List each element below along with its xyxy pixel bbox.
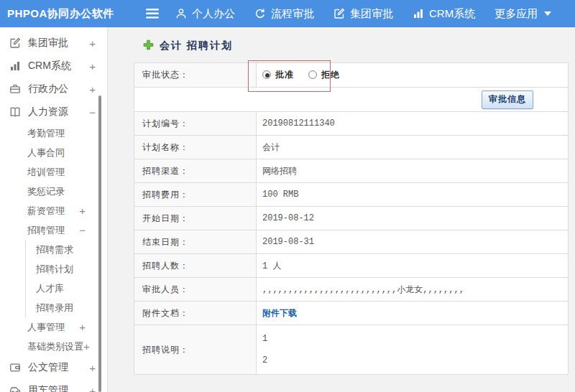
plan-name-label: 计划名称： [134,136,257,159]
recruit-channel-value: 网络招聘 [257,159,569,183]
nav-process-approval[interactable]: 流程审批 [254,7,314,21]
sidebar-item-crm[interactable]: CRM系统 + [0,55,107,78]
radio-reject[interactable] [308,70,317,79]
sidebar-item-recruit-hire[interactable]: 招聘录用 [26,298,107,317]
caret-down-icon [544,11,551,16]
expand-toggle[interactable]: + [83,340,90,353]
book-icon [9,106,22,118]
document-folder-icon [9,362,22,374]
approval-status-label: 审批状态： [134,63,257,88]
sidebar-item-documents[interactable]: 公文管理 + [0,356,107,379]
sidebar-item-basic-category[interactable]: 基础类别设置 + [0,337,107,356]
sidebar-item-rewards[interactable]: 奖惩记录 [0,182,107,201]
table-row: 招聘说明： 1 2 [134,325,569,375]
description-line: 2 [262,350,568,371]
nav-personal-office[interactable]: 个人办公 [175,7,235,21]
top-navigation: 个人办公 流程审批 集团审批 CRM系统 更多应用 [175,7,551,21]
sidebar-item-attendance[interactable]: 考勤管理 [0,123,107,143]
sidebar-item-group-approval[interactable]: 集团审批 + [0,32,107,55]
bar-chart-icon [413,8,424,19]
main-content: 会计 招聘计划 审批状态： 批准拒绝 审批信息 计划编号： 2019081211… [108,27,575,392]
table-row: 开始日期： 2019-08-12 [134,207,569,230]
table-row: 招聘费用： 100 RMB [134,183,569,207]
sidebar-item-salary[interactable]: 薪资管理 + [0,201,107,220]
table-row: 结束日期： 2019-08-31 [134,230,569,254]
nav-more-apps[interactable]: 更多应用 [494,7,551,21]
collapse-toggle[interactable]: − [89,106,96,118]
expand-toggle[interactable]: + [79,321,86,333]
sidebar-item-training[interactable]: 培训管理 [0,162,107,182]
table-row: 附件文档： 附件下载 [134,302,569,325]
sidebar-item-recruit-plan[interactable]: 招聘计划 [26,259,107,279]
recruitment-submenu: 招聘需求 招聘计划 人才库 招聘录用 [25,240,107,317]
start-date-value: 2019-08-12 [257,207,569,230]
description-line: 1 [262,328,568,350]
recruit-plan-detail-table: 审批状态： 批准拒绝 审批信息 计划编号： 20190812111340 计划名… [134,62,569,375]
page-title: 会计 招聘计划 [160,39,233,52]
headcount-label: 招聘人数： [134,254,257,278]
description-label: 招聘说明： [134,325,257,375]
sidebar-item-recruit-demand[interactable]: 招聘需求 [26,240,107,259]
expand-toggle[interactable]: + [79,205,86,217]
topbar: PHPOA协同办公软件 个人办公 流程审批 集团审批 CRM系统 [0,0,575,27]
attachment-value: 附件下载 [257,302,569,325]
sidebar-item-talent-pool[interactable]: 人才库 [26,279,107,298]
plan-number-label: 计划编号： [134,112,257,136]
radio-reject-label: 拒绝 [321,70,340,80]
attachment-label: 附件文档： [134,302,257,325]
edit-square-icon [334,8,345,19]
expand-toggle[interactable]: + [89,385,96,392]
expand-toggle[interactable]: + [89,83,96,95]
hamburger-menu-icon[interactable] [138,9,167,19]
sidebar-item-personnel[interactable]: 人事管理 + [0,317,107,337]
sidebar: 集团审批 + CRM系统 + 行政办公 + 人力资源 − 考勤管理 人事合同 培… [0,27,108,392]
approvers-value: ,,,,,,,,,,,,,,,,,,,,,,,,,,小龙女,,,,,,,, [257,278,569,302]
description-value: 1 2 [257,325,569,375]
process-refresh-icon [254,8,266,19]
expand-toggle[interactable]: + [89,362,96,374]
add-icon[interactable] [143,39,154,53]
radio-approve[interactable] [262,70,271,79]
expand-toggle[interactable]: + [89,37,96,50]
recruit-cost-label: 招聘费用： [134,183,257,207]
sidebar-item-recruitment[interactable]: 招聘管理 − [0,220,107,240]
headcount-value: 1 人 [257,254,569,278]
sidebar-scrollbar[interactable] [98,95,101,392]
nav-group-approval[interactable]: 集团审批 [334,7,393,21]
table-row: 招聘渠道： 网络招聘 [134,159,569,183]
nav-crm-system[interactable]: CRM系统 [413,7,475,21]
sidebar-item-hr-contract[interactable]: 人事合同 [0,143,107,162]
expand-toggle[interactable]: + [89,60,96,73]
start-date-label: 开始日期： [134,207,257,230]
collapse-toggle[interactable]: − [79,224,86,236]
recruit-cost-value: 100 RMB [257,183,569,207]
edit-square-icon [9,37,22,50]
sidebar-item-admin-office[interactable]: 行政办公 + [0,78,107,101]
table-row: 计划编号： 20190812111340 [134,112,569,136]
table-row: 计划名称： 会计 [134,136,569,159]
bar-chart-icon [9,60,22,73]
sidebar-item-human-resources[interactable]: 人力资源 − [0,101,107,123]
sidebar-item-vehicles[interactable]: 用车管理 + [0,379,107,392]
user-icon [175,8,187,19]
attachment-download-link[interactable]: 附件下载 [262,309,297,319]
approvers-label: 审批人员： [134,278,257,302]
table-row: 审批状态： 批准拒绝 [134,63,569,88]
table-row: 审批信息 [134,88,569,112]
briefcase-icon [9,83,22,95]
plan-number-value: 20190812111340 [257,112,569,136]
app-logo: PHPOA协同办公软件 [0,7,108,21]
radio-approve-label: 批准 [275,70,294,80]
table-row: 审批人员： ,,,,,,,,,,,,,,,,,,,,,,,,,,小龙女,,,,,… [134,278,569,302]
car-icon [9,385,22,392]
recruit-channel-label: 招聘渠道： [134,159,257,183]
approval-info-button[interactable]: 审批信息 [482,90,533,109]
approval-status-value: 批准拒绝 [257,63,569,88]
end-date-label: 结束日期： [134,230,257,254]
table-row: 招聘人数： 1 人 [134,254,569,278]
page-title-row: 会计 招聘计划 [108,27,575,53]
plan-name-value: 会计 [257,136,569,159]
end-date-value: 2019-08-31 [257,230,569,254]
